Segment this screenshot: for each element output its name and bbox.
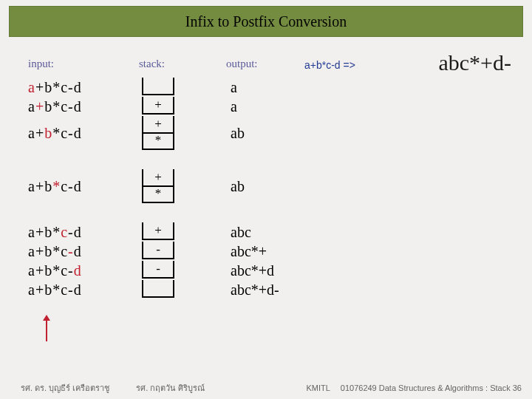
output-row: ab — [213, 116, 316, 150]
stack-cell — [142, 78, 174, 95]
input-expression: a+b*c-d — [28, 178, 82, 195]
output-row: abc*+d — [213, 261, 316, 280]
input-expression: a+b*c-d — [28, 224, 82, 241]
stack-cell: + — [142, 97, 174, 115]
output-text: ab — [213, 178, 245, 195]
input-row: a+b*c-d — [28, 169, 139, 203]
stack-column: stack ++*+*+-- — [139, 58, 213, 299]
input-row: a+b*c-d — [28, 116, 139, 150]
stack-header: stack — [139, 58, 213, 70]
input-row: a+b*c-d — [28, 222, 139, 242]
output-row: abc — [213, 222, 316, 242]
stack-row: +* — [139, 169, 213, 203]
input-row: a+b*c-d — [28, 261, 139, 280]
footer-author-2: รศ. กฤตวัน ศิริบูรณ์ — [136, 381, 205, 395]
stack-row: + — [139, 222, 213, 242]
title-bar: Infix to Postfix Conversion — [9, 6, 523, 37]
stack-row: +* — [139, 116, 213, 150]
stack-cell: + — [142, 222, 174, 240]
input-row: a+b*c-d — [28, 280, 139, 299]
footer-course: 01076249 Data Structures & Algorithms : … — [341, 383, 522, 392]
stack-row — [139, 280, 213, 299]
output-row: abc*+d- — [213, 280, 316, 299]
output-text: abc*+d — [213, 262, 274, 279]
input-expression: a+b*c-d — [28, 262, 82, 279]
stack-row: + — [139, 97, 213, 116]
output-text: a — [213, 98, 237, 115]
stack-cell: * — [142, 132, 174, 150]
output-text: ab — [213, 125, 245, 142]
stack-cell: + — [142, 116, 174, 134]
stack-cell: - — [142, 242, 174, 259]
output-row: ab — [213, 169, 316, 203]
stack-cell — [142, 280, 174, 298]
stack-cell: - — [142, 261, 174, 279]
page-title: Infix to Postfix Conversion — [185, 13, 347, 30]
stack-cell: * — [142, 185, 174, 203]
stack-row: - — [139, 242, 213, 261]
output-column: output aaabababcabc*+abc*+dabc*+d- — [213, 58, 316, 299]
input-header: input — [28, 58, 139, 70]
output-row: a — [213, 78, 316, 97]
output-text: a — [213, 79, 237, 96]
target-expression: a+b*c-d => — [304, 59, 355, 71]
output-row: abc*+ — [213, 242, 316, 261]
output-header: output — [213, 58, 316, 70]
input-expression: a+b*c-d — [28, 98, 82, 115]
pointer-arrow — [46, 319, 47, 341]
input-row: a+b*c-d — [28, 97, 139, 116]
stack-cell: + — [142, 169, 174, 187]
stack-row: - — [139, 261, 213, 280]
input-expression: a+b*c-d — [28, 243, 82, 260]
input-row: a+b*c-d — [28, 78, 139, 97]
footer: รศ. ดร. บุญธีร์ เครือตราชู รศ. กฤตวัน ศิ… — [0, 381, 532, 395]
input-expression: a+b*c-d — [28, 125, 82, 142]
output-text: abc*+d- — [213, 282, 279, 299]
content-area: a+b*c-d => abc*+d- input a+b*c-da+b*c-da… — [0, 37, 532, 299]
input-expression: a+b*c-d — [28, 79, 82, 96]
output-text: abc*+ — [213, 243, 267, 260]
input-row: a+b*c-d — [28, 242, 139, 261]
footer-author-1: รศ. ดร. บุญธีร์ เครือตราชู — [21, 381, 109, 395]
result-expression: abc*+d- — [438, 50, 511, 75]
stack-row — [139, 78, 213, 97]
input-expression: a+b*c-d — [28, 282, 82, 299]
footer-institution: KMITL — [306, 383, 330, 392]
output-text: abc — [213, 224, 251, 241]
output-row: a — [213, 97, 316, 116]
input-column: input a+b*c-da+b*c-da+b*c-da+b*c-da+b*c-… — [28, 58, 139, 299]
